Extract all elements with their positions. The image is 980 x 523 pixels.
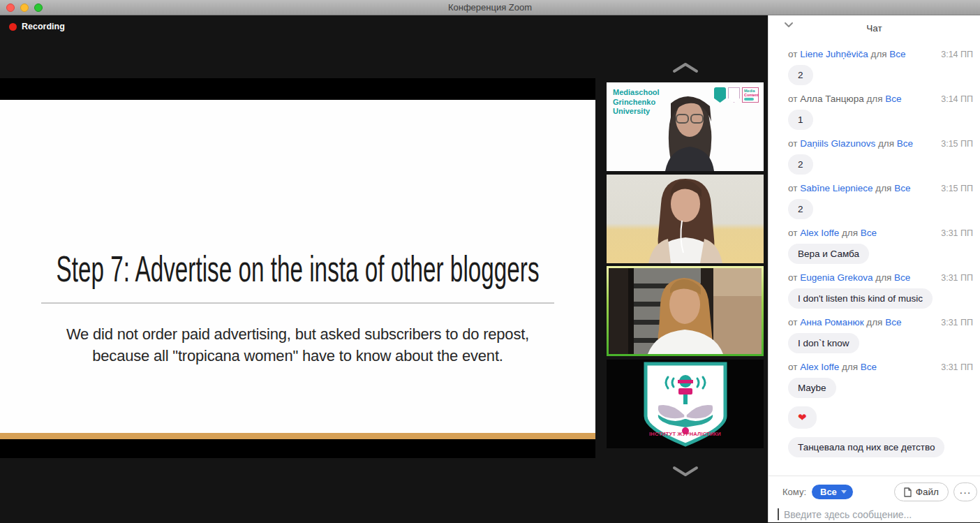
faculty-shield-badge-icon [728,87,740,103]
chat-message: ❤ [788,406,973,429]
chat-message-time: 3:31 ПП [941,362,973,372]
chat-message-time: 3:31 ПП [941,273,973,283]
chat-title: Чат [866,23,882,34]
chat-message: от Алла Танцюра для Все 3:14 ПП 1 [788,94,973,130]
institute-label: ІНСТИТУТ ЖУРНАЛІСТИКИ [649,431,721,437]
chevron-up-icon[interactable] [671,61,699,74]
slide-accent-bar [0,433,595,439]
slide-body-line2: because all "tropicana women" have to kn… [0,345,595,367]
presentation-slide: Step 7: Advertise on the insta of other … [0,100,595,433]
chat-sender-name: Liene Juhņēviča [800,49,868,59]
chat-sender-name: Alex Ioffe [800,362,839,372]
chat-message-bubble: ❤ [788,406,817,429]
slide-letterbox-bottom [0,439,595,458]
chat-message: от Daņiils Glazunovs для Все 3:15 ПП 2 [788,138,973,175]
chat-message-meta: от Alex Ioffe для Все [788,362,877,372]
chat-message-bubble: 2 [788,65,813,85]
chat-message-meta: от Eugenia Grekova для Все [788,272,910,283]
chat-message-meta: от Алла Танцюра для Все [788,94,902,104]
chat-message: от Liene Juhņēviča для Все 3:14 ПП 2 [788,49,973,85]
chat-message-meta: от Sabīne Liepniece для Все [788,183,910,193]
chat-recipient-name: Все [861,228,877,238]
chat-message-bubble: 2 [788,154,813,175]
chat-message-bubble: 2 [788,199,813,219]
chat-recipient-name: Все [889,49,905,59]
recording-label: Recording [22,22,65,31]
participant-video-2[interactable] [607,175,764,263]
shared-screen-stage: Recording Step 7: Advertise on the insta… [0,15,768,522]
participant-1-overlay-title: Mediaschool Grinchenko University [613,88,676,117]
chat-sender-name: Анна Романюк [800,317,863,327]
participant-video-3-active-speaker[interactable] [607,266,764,356]
chat-sender-name: Eugenia Grekova [800,272,873,283]
chevron-down-icon[interactable] [784,22,794,28]
chat-footer: Кому: Все Файл ··· [769,476,980,522]
chevron-down-icon [841,490,847,494]
slide-body-line1: We did not order paid advertising, but a… [0,323,595,345]
chat-message-list[interactable]: от Liene Juhņēviča для Все 3:14 ПП 2 от … [769,40,980,476]
chat-message-bubble: 1 [788,110,813,130]
window-titlebar: Конференция Zoom [0,0,980,15]
more-options-button[interactable]: ··· [953,483,977,501]
participant-video-1[interactable]: Mediaschool Grinchenko University Media … [607,82,764,171]
chat-sender-name: Sabīne Liepniece [800,183,873,193]
chat-message-meta: от Alex Ioffe для Все [788,228,877,238]
chat-message-meta: от Daņiils Glazunovs для Все [788,138,913,149]
chat-message-time: 3:31 ПП [941,228,973,238]
slide-letterbox-top [0,78,595,100]
chat-message-time: 3:31 ПП [941,318,973,327]
chat-message-meta: от Анна Романюк для Все [788,317,901,327]
participant-video-4-institute-logo[interactable]: ІНСТИТУТ ЖУРНАЛІСТИКИ [607,360,764,448]
send-to-dropdown[interactable]: Все [812,485,853,499]
attach-file-button[interactable]: Файл [894,483,949,501]
send-to-label: Кому: [782,487,806,497]
chat-recipient-name: Все [861,362,877,372]
media-content-badge-icon: Media Content [742,87,759,103]
window-title: Конференция Zoom [0,2,980,13]
chat-message-bubble: Танцевала под них все детство [788,437,944,457]
university-shield-badge-icon [714,87,726,103]
chat-recipient-name: Все [894,272,910,283]
chat-message-bubble: I don't listen this kind of music [788,288,933,309]
chevron-down-icon[interactable] [671,465,699,478]
chat-message-time: 3:15 ПП [941,139,973,149]
chat-sender-name: Alex Ioffe [800,228,839,238]
chat-message: от Анна Романюк для Все 3:31 ПП I don`t … [788,317,973,353]
chat-sender-name: Daņiils Glazunovs [800,138,875,149]
chat-panel: Чат от Liene Juhņēviča для Все 3:14 ПП 2… [768,15,980,522]
chat-message-bubble: Вера и Самба [788,244,869,264]
recording-dot-icon [9,23,17,31]
text-cursor [778,508,779,520]
slide-title: Step 7: Advertise on the insta of other … [57,248,540,290]
chat-message-time: 3:14 ПП [941,94,973,104]
chat-message-bubble: I don`t know [788,333,859,353]
chat-sender-name: Алла Танцюра [800,94,864,104]
chat-message: от Sabīne Liepniece для Все 3:15 ПП 2 [788,183,973,219]
chat-message-time: 3:14 ПП [941,50,973,59]
chat-recipient-name: Все [897,138,913,149]
recording-indicator: Recording [9,22,65,31]
chat-message-time: 3:15 ПП [941,184,973,193]
chat-message-bubble: Maybe [788,378,836,398]
chat-message: от Alex Ioffe для Все 3:31 ПП Вера и Сам… [788,228,973,264]
video-thumbnails-strip: Mediaschool Grinchenko University Media … [607,61,764,478]
file-icon [904,487,912,497]
chat-recipient-name: Все [894,183,910,193]
chat-recipient-name: Все [885,317,901,327]
chat-message: от Alex Ioffe для Все 3:31 ПП Maybe [788,362,973,398]
chat-recipient-name: Все [885,94,901,104]
slide-divider [41,302,554,304]
chat-message: Танцевала под них все детство [788,437,973,457]
chat-message-input[interactable] [784,509,958,520]
chat-header: Чат [769,15,980,40]
chat-message: от Eugenia Grekova для Все 3:31 ПП I don… [788,272,973,309]
chat-message-meta: от Liene Juhņēviča для Все [788,49,906,59]
